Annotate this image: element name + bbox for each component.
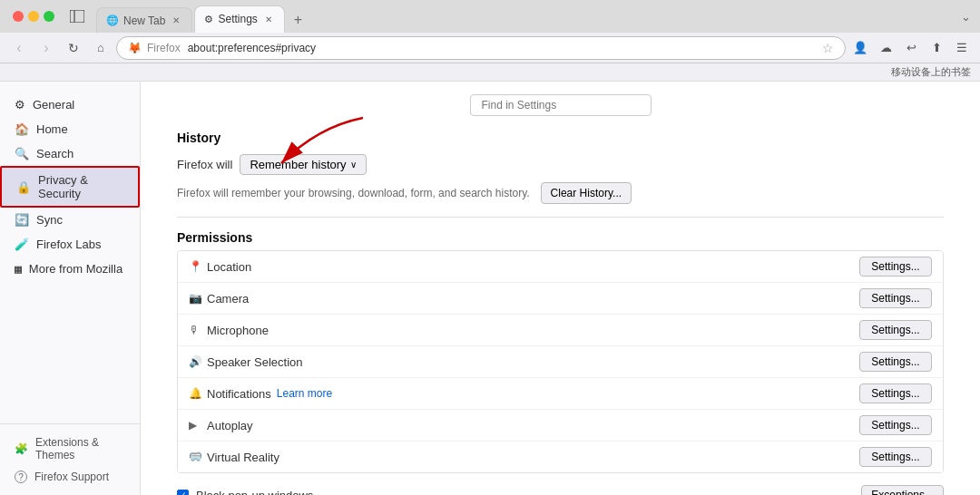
home-icon: 🏠	[15, 122, 29, 136]
sidebar-item-search-label: Search	[36, 147, 74, 160]
history-dropdown-arrow: ∨	[350, 160, 357, 170]
notifications-settings-button[interactable]: Settings...	[859, 383, 932, 403]
checkbox-check-icon: ✓	[180, 490, 187, 495]
sidebar-item-firefox-labs[interactable]: 🧪 Firefox Labs	[0, 232, 140, 257]
permissions-title: Permissions	[177, 230, 944, 245]
permission-row-microphone: 🎙 Microphone Settings...	[178, 315, 943, 346]
search-icon: 🔍	[15, 147, 29, 160]
sidebar-item-mozilla-label: More from Mozilla	[29, 262, 122, 276]
bookmark-bar-text[interactable]: 移动设备上的书签	[891, 65, 971, 79]
sidebar-item-privacy[interactable]: 🔒 Privacy & Security	[0, 166, 140, 208]
sidebar-item-home[interactable]: 🏠 Home	[0, 117, 140, 141]
sidebar-item-sync-label: Sync	[36, 213, 63, 227]
block-popup-checkbox[interactable]: ✓	[177, 490, 189, 496]
find-bar	[177, 94, 944, 116]
microphone-icon: 🎙	[189, 324, 207, 336]
sidebar-item-support-label: Firefox Support	[34, 471, 109, 483]
home-button[interactable]: ⌂	[89, 36, 113, 60]
permission-row-vr: 🥽 Virtual Reality Settings...	[178, 442, 943, 472]
svg-rect-0	[70, 10, 84, 23]
clear-history-button[interactable]: Clear History...	[541, 182, 632, 204]
back-button[interactable]: ‹	[7, 36, 31, 60]
tab-new-tab-close[interactable]: ✕	[170, 15, 182, 27]
tab-settings-close[interactable]: ✕	[262, 13, 275, 25]
speaker-label: Speaker Selection	[207, 355, 859, 369]
firefox-will-label: Firefox will	[177, 158, 232, 171]
history-section: History Firefox will Remember history ∨ …	[177, 131, 944, 204]
tab-new-tab-label: New Tab	[123, 15, 165, 27]
sidebar-panel-icon[interactable]	[65, 5, 89, 28]
upload-icon[interactable]: ⬆	[926, 37, 947, 59]
camera-label: Camera	[207, 292, 859, 306]
page-wrapper: ⚙ General 🏠 Home 🔍 Search 🔒 Privacy & Se…	[0, 82, 980, 495]
extensions-icon: 🧩	[15, 442, 28, 455]
traffic-lights	[9, 11, 65, 22]
forward-button[interactable]: ›	[34, 36, 58, 60]
microphone-label: Microphone	[207, 324, 859, 337]
undo-icon[interactable]: ↩	[900, 37, 922, 59]
reload-button[interactable]: ↻	[62, 36, 85, 60]
history-dropdown-value: Remember history	[250, 158, 346, 171]
permission-row-autoplay: ▶ Autoplay Settings...	[178, 410, 943, 442]
sidebar-item-home-label: Home	[36, 122, 68, 136]
sidebar-item-support[interactable]: ? Firefox Support	[0, 466, 140, 488]
sidebar: ⚙ General 🏠 Home 🔍 Search 🔒 Privacy & Se…	[0, 82, 141, 495]
vr-label: Virtual Reality	[207, 451, 859, 464]
location-icon: 📍	[189, 260, 207, 273]
speaker-settings-button[interactable]: Settings...	[859, 352, 932, 372]
history-row: Firefox will Remember history ∨	[177, 154, 944, 175]
block-popup-label: Block pop-up windows	[196, 489, 854, 496]
autoplay-settings-button[interactable]: Settings...	[859, 415, 932, 435]
vr-settings-button[interactable]: Settings...	[859, 447, 932, 467]
notifications-label: Notifications	[207, 387, 271, 401]
window-hide-icon[interactable]: ⌄	[961, 10, 971, 24]
minimize-button[interactable]	[28, 11, 39, 22]
window-controls: ⌄	[961, 10, 971, 24]
checkboxes-section: ✓ Block pop-up windows Exceptions... ✓ W…	[177, 480, 944, 495]
sidebar-item-search[interactable]: 🔍 Search	[0, 141, 140, 166]
sidebar-item-labs-label: Firefox Labs	[36, 238, 102, 251]
microphone-settings-button[interactable]: Settings...	[859, 320, 932, 340]
sidebar-item-sync[interactable]: 🔄 Sync	[0, 208, 140, 232]
notifications-icon: 🔔	[189, 387, 207, 400]
toolbar: ‹ › ↻ ⌂ 🦊 Firefox about:preferences#priv…	[0, 33, 980, 63]
tab-settings[interactable]: ⚙ Settings ✕	[194, 5, 284, 33]
close-button[interactable]	[13, 11, 24, 22]
sidebar-item-mozilla[interactable]: ▦ More from Mozilla	[0, 257, 140, 281]
camera-settings-button[interactable]: Settings...	[859, 288, 932, 308]
permission-row-location: 📍 Location Settings...	[178, 251, 943, 283]
support-icon: ?	[15, 471, 27, 483]
new-tab-button[interactable]: +	[287, 7, 309, 33]
main-content: History Firefox will Remember history ∨ …	[141, 82, 980, 495]
find-settings-input[interactable]	[470, 94, 652, 116]
history-dropdown[interactable]: Remember history ∨	[240, 154, 366, 175]
tab-new-tab[interactable]: 🌐 New Tab ✕	[96, 7, 192, 33]
sidebar-item-general[interactable]: ⚙ General	[0, 92, 140, 117]
permission-row-speaker: 🔊 Speaker Selection Settings...	[178, 346, 943, 378]
notifications-learn-more[interactable]: Learn more	[277, 387, 859, 400]
location-label: Location	[207, 260, 859, 274]
title-bar: 🌐 New Tab ✕ ⚙ Settings ✕ + ⌄	[0, 0, 980, 33]
sidebar-item-privacy-label: Privacy & Security	[38, 173, 123, 200]
popup-exceptions-button[interactable]: Exceptions...	[861, 485, 944, 495]
permissions-section: Permissions 📍 Location Settings... 📷 Cam…	[177, 230, 944, 473]
history-description: Firefox will remember your browsing, dow…	[177, 187, 530, 199]
address-star[interactable]: ☆	[822, 41, 834, 55]
tab-settings-label: Settings	[218, 13, 257, 25]
maximize-button[interactable]	[44, 11, 54, 22]
autoplay-icon: ▶	[189, 419, 207, 432]
firefox-labs-icon: 🧪	[15, 238, 29, 251]
general-icon: ⚙	[15, 98, 25, 112]
account-icon[interactable]: 👤	[849, 37, 871, 59]
sidebar-item-extensions[interactable]: 🧩 Extensions & Themes	[0, 432, 140, 466]
location-settings-button[interactable]: Settings...	[859, 257, 932, 277]
mozilla-icon: ▦	[15, 262, 22, 276]
address-bar[interactable]: 🦊 Firefox about:preferences#privacy ☆	[116, 36, 846, 60]
menu-icon[interactable]: ☰	[951, 37, 973, 59]
address-scheme: Firefox	[147, 42, 181, 54]
autoplay-label: Autoplay	[207, 419, 859, 432]
sync-icon[interactable]: ☁	[875, 37, 897, 59]
history-title: History	[177, 131, 944, 145]
bookmark-bar: 移动设备上的书签	[0, 63, 980, 82]
speaker-icon: 🔊	[189, 355, 207, 368]
